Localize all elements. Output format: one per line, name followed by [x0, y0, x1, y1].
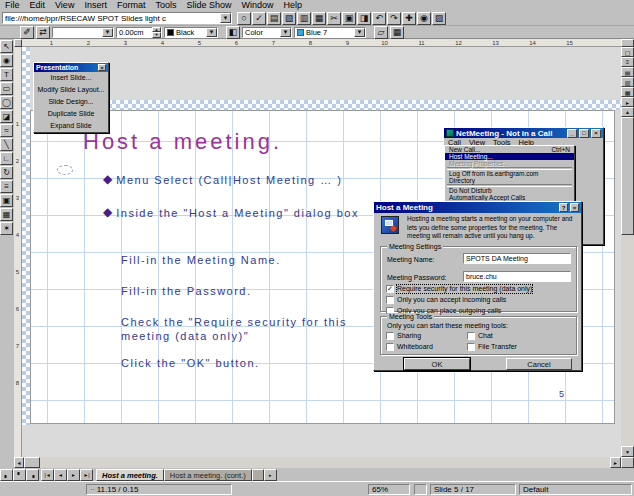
curve-tool-icon[interactable]: ≈	[0, 124, 13, 137]
netmeeting-title-bar[interactable]: NetMeeting - Not in a Call _ □ ×	[444, 128, 603, 138]
slide-bullet[interactable]: Menu Select (Call|Host Meeting … )	[116, 173, 342, 187]
save-icon[interactable]: ▥	[297, 12, 311, 25]
fill-style-icon[interactable]: ◧	[226, 26, 240, 39]
frame-style-icon[interactable]: ▦	[390, 26, 404, 39]
menu-item[interactable]: Help	[278, 0, 307, 11]
whiteboard-checkbox[interactable]: Whiteboard	[386, 343, 433, 351]
menu-item[interactable]: File	[0, 0, 25, 11]
menu-item[interactable]: View	[50, 0, 79, 11]
incoming-calls-checkbox[interactable]: Only you can accept incoming calls	[386, 296, 506, 304]
checkbox-checked-icon[interactable]: ✓	[386, 285, 394, 293]
menu-item-directory[interactable]: Directory	[445, 177, 574, 184]
scroll-down-button[interactable]: ▼	[621, 446, 634, 457]
slideshow-icon[interactable]: ▸	[621, 97, 634, 107]
print-icon[interactable]: ▦	[312, 12, 326, 25]
close-icon[interactable]: ×	[591, 129, 601, 138]
arrow-style-icon[interactable]: ⇄	[36, 26, 50, 39]
shadow-icon[interactable]: ▱	[374, 26, 388, 39]
insert-tool-icon[interactable]: ▦	[0, 208, 13, 221]
next-slide-icon[interactable]: ►	[67, 469, 80, 481]
tab-scroll-button[interactable]: ▸	[264, 469, 277, 481]
maximize-icon[interactable]: □	[579, 129, 589, 138]
notes-view-icon[interactable]: ▥	[621, 77, 634, 87]
line-color-select[interactable]: Black ▼	[164, 27, 218, 38]
help-icon[interactable]: ?	[559, 203, 568, 212]
menu-item[interactable]: Format	[112, 0, 151, 11]
toolbox-item[interactable]: Duplicate Slide	[34, 108, 108, 120]
line-width-input[interactable]: 0.00cm ▲▼	[116, 27, 162, 38]
horizontal-scroll-thumb[interactable]	[24, 457, 40, 468]
menu-item-do-not-disturb[interactable]: Do Not Disturb	[445, 187, 574, 194]
vertical-scroll-thumb[interactable]	[621, 117, 634, 235]
require-security-checkbox[interactable]: ✓ Require security for this meeting (dat…	[386, 285, 532, 293]
gallery-icon[interactable]: ▨	[432, 12, 446, 25]
fill-type-select[interactable]: Color ▼	[242, 27, 292, 38]
menu-item-log-off[interactable]: Log Off from ils.earthgram.com	[445, 170, 574, 177]
scroll-right-button[interactable]: ►	[610, 457, 621, 468]
new-document-icon[interactable]: ▤	[267, 12, 281, 25]
menu-item[interactable]: Slide Show	[181, 0, 236, 11]
text-tool-icon[interactable]: T	[0, 68, 13, 81]
menu-item-auto-accept[interactable]: Automatically Accept Calls	[445, 194, 574, 201]
dialog-title-bar[interactable]: Host a Meeting ? ×	[374, 202, 581, 213]
toolbox-item[interactable]: Expand Slide	[34, 120, 108, 132]
toolbox-item[interactable]: Slide Design...	[34, 96, 108, 108]
rectangle-tool-icon[interactable]: ▭	[0, 82, 13, 95]
fill-color-dropdown-button[interactable]: ▼	[354, 28, 365, 37]
slide-sub-bullet[interactable]: Fill-in the Meeting Name.	[121, 253, 281, 267]
copy-icon[interactable]: ▣	[342, 12, 356, 25]
slide-tab-partial[interactable]	[252, 469, 264, 481]
checkbox-icon[interactable]	[467, 343, 475, 351]
line-style-select[interactable]: ▼	[52, 27, 114, 38]
redo-icon[interactable]: ↷	[387, 12, 401, 25]
horizontal-ruler[interactable]: 123456789101112131415	[22, 39, 621, 47]
menu-item[interactable]: Tools	[150, 0, 181, 11]
open-icon[interactable]: ▧	[282, 12, 296, 25]
handout-view-icon[interactable]: ▦	[621, 87, 634, 97]
line-tool-icon[interactable]: ╲	[0, 138, 13, 151]
first-slide-icon[interactable]: |◄	[41, 469, 54, 481]
outline-view-icon[interactable]: ≡	[621, 57, 634, 67]
selection-ellipse[interactable]	[57, 165, 73, 175]
arrange-tool-icon[interactable]: ▣	[0, 194, 13, 207]
cancel-button[interactable]: Cancel	[506, 358, 572, 370]
zoom-field[interactable]: 65%	[368, 484, 410, 495]
drawing-view-icon[interactable]: ▢	[621, 47, 634, 57]
slide-sub-bullet[interactable]: Click the "OK" button.	[121, 356, 260, 370]
slide-bullet[interactable]: Inside the "Host a Meeting" dialog box	[116, 206, 359, 220]
rotate-tool-icon[interactable]: ↻	[0, 166, 13, 179]
checkbox-icon[interactable]	[386, 296, 394, 304]
url-dropdown-button[interactable]: ▼	[220, 13, 231, 23]
slides-view-icon[interactable]: ▤	[621, 67, 634, 77]
url-input[interactable]	[3, 13, 220, 23]
vertical-ruler[interactable]: 12345678	[14, 47, 22, 457]
connector-tool-icon[interactable]: ∟	[0, 152, 13, 165]
ok-button[interactable]: OK	[404, 358, 470, 370]
line-style-dropdown-button[interactable]: ▼	[102, 28, 113, 37]
stop-icon[interactable]: ○	[237, 12, 251, 25]
fill-type-dropdown-button[interactable]: ▼	[280, 28, 291, 37]
toolbox-item[interactable]: Modify Slide Layout...	[34, 84, 108, 96]
navigator-icon[interactable]: ✚	[402, 12, 416, 25]
menu-item-new-call[interactable]: New Call...Ctrl+N	[445, 146, 574, 153]
menu-item[interactable]: Insert	[79, 0, 112, 11]
slide-tab-active[interactable]: Host a meeting.	[96, 469, 164, 481]
toolbox-item[interactable]: Insert Slide...	[34, 72, 108, 84]
last-slide-icon[interactable]: ►|	[80, 469, 93, 481]
scrollbar-corner-button[interactable]	[621, 39, 634, 47]
minimize-icon[interactable]: _	[567, 129, 577, 138]
slide-sub-bullet[interactable]: Check the "Require security for this mee…	[121, 315, 359, 343]
checkbox-icon[interactable]	[386, 343, 394, 351]
close-icon[interactable]: ×	[570, 203, 579, 212]
checkbox-icon[interactable]	[467, 332, 475, 340]
sharing-checkbox[interactable]: Sharing	[386, 332, 421, 340]
cut-icon[interactable]: ✂	[327, 12, 341, 25]
ellipse-tool-icon[interactable]: ◯	[0, 96, 13, 109]
slide-sub-bullet[interactable]: Fill-in the Password.	[121, 284, 252, 298]
checkbox-icon[interactable]	[386, 332, 394, 340]
horizontal-scrollbar[interactable]	[14, 457, 621, 468]
zoom-icon[interactable]: ◉	[417, 12, 431, 25]
scroll-up-button[interactable]: ▲	[621, 107, 634, 117]
layer-mode-icon[interactable]: ▗	[26, 469, 39, 481]
effects-tool-icon[interactable]: ✶	[0, 222, 13, 235]
